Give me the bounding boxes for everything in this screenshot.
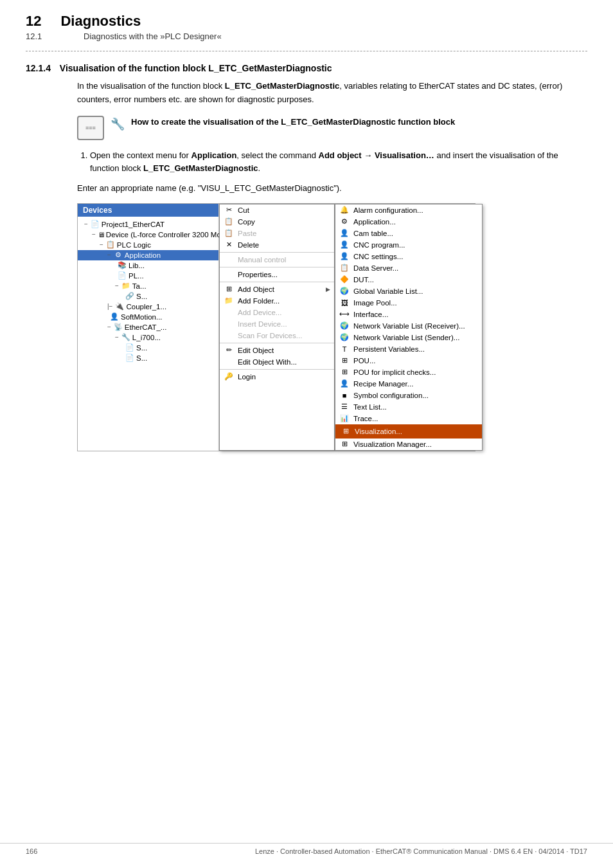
submenu-data-server[interactable]: 📋 Data Server... — [335, 262, 482, 274]
submenu-cnc-settings[interactable]: 👤 CNC settings... — [335, 251, 482, 262]
submenu-symbol[interactable]: ■ Symbol configuration... — [335, 390, 482, 401]
expand-icon[interactable]: − — [92, 231, 96, 238]
submenu-visualization-manager[interactable]: ⊞ Visualization Manager... — [335, 439, 482, 450]
expand-icon[interactable]: − — [115, 334, 119, 341]
submenu-pou-implicit[interactable]: ⊞ POU for implicit checks... — [335, 366, 482, 378]
pou-icon: ⊞ — [339, 356, 350, 366]
submenu-net-receiver[interactable]: 🌍 Network Variable List (Receiver)... — [335, 320, 482, 332]
expand-icon: |− — [107, 303, 112, 310]
file-icon: 📄 — [125, 343, 135, 352]
screenshot-wrapper: Devices − 📄 Project1_EtherCAT − 🖥 Device… — [77, 203, 475, 451]
plc-icon: 📋 — [105, 240, 116, 249]
tree-item-softmotion[interactable]: 👤 SoftMotion... — [78, 312, 218, 322]
menu-cut[interactable]: ✂ Cut — [220, 204, 334, 216]
context-menu[interactable]: ✂ Cut 📋 Copy 📋 Paste ✕ Delete Manual con… — [219, 204, 335, 451]
devices-title-bar: Devices — [78, 204, 218, 217]
intro-text: In the visualisation of the function blo… — [77, 80, 587, 107]
submenu-cnc-prog[interactable]: 👤 CNC program... — [335, 239, 482, 251]
submenu-text-list[interactable]: ☰ Text List... — [335, 401, 482, 413]
folder-icon: 📄 — [90, 220, 100, 229]
submenu-trace[interactable]: 📊 Trace... — [335, 413, 482, 424]
tree-label: Device (L-force Controller 3200 Motion) — [106, 231, 235, 239]
submenu-net-sender[interactable]: 🌍 Network Variable List (Sender)... — [335, 332, 482, 343]
menu-login[interactable]: 🔑 Login — [220, 371, 334, 383]
tree-item-li700[interactable]: − 🔧 L_i700... — [78, 332, 218, 343]
tree-item[interactable]: − 📄 Project1_EtherCAT — [78, 219, 218, 230]
menu-scan-devices[interactable]: Scan For Devices... — [220, 330, 334, 341]
submenu-pou[interactable]: ⊞ POU... — [335, 355, 482, 366]
paste-icon: 📋 — [224, 228, 234, 239]
page-header: 12 Diagnostics 12.1 Diagnostics with the… — [26, 13, 587, 41]
submenu-recipe[interactable]: 👤 Recipe Manager... — [335, 378, 482, 390]
expand-icon[interactable]: − — [100, 241, 103, 248]
submenu-interface[interactable]: ⟷ Interface... — [335, 309, 482, 320]
data-server-icon: 📋 — [339, 263, 350, 273]
tree-item[interactable]: 📄 S... — [78, 343, 218, 353]
submenu-persistent[interactable]: T Persistent Variables... — [335, 343, 482, 355]
menu-add-device[interactable]: Add Device... — [220, 307, 334, 318]
chapter-num: 12 — [26, 13, 41, 30]
menu-insert-device[interactable]: Insert Device... — [220, 318, 334, 330]
link-icon: 🔗 — [125, 292, 135, 301]
symbol-icon: ■ — [339, 390, 350, 401]
chapter-name: Diagnostics — [60, 13, 141, 30]
edit-icon: ✏ — [224, 345, 234, 356]
menu-manual-control[interactable]: Manual control — [220, 254, 334, 266]
tree-item-coupler[interactable]: |− 🔌 Coupler_1... — [78, 302, 218, 312]
tip-icon — [77, 116, 104, 140]
section-title: Visualisation of the function block L_ET… — [60, 63, 332, 73]
menu-paste[interactable]: 📋 Paste — [220, 228, 334, 239]
tree-area[interactable]: − 📄 Project1_EtherCAT − 🖥 Device (L-forc… — [78, 217, 218, 366]
tree-item[interactable]: − 🖥 Device (L-force Controller 3200 Moti… — [78, 230, 218, 240]
menu-copy[interactable]: 📋 Copy — [220, 216, 334, 228]
step-1-sub: Enter an appropriate name (e.g. "VISU_L_… — [77, 182, 587, 195]
lib-icon: 📚 — [117, 261, 127, 270]
tree-label: Application — [125, 251, 161, 259]
submenu-image-pool[interactable]: 🖼 Image Pool... — [335, 297, 482, 309]
submenu-cam[interactable]: 👤 Cam table... — [335, 228, 482, 239]
menu-edit-object-with[interactable]: Edit Object With... — [220, 356, 334, 368]
image-pool-icon: 🖼 — [339, 298, 350, 308]
expand-icon[interactable]: − — [107, 323, 111, 330]
cut-icon: ✂ — [224, 205, 234, 215]
coupler-icon: 🔌 — [114, 302, 125, 311]
submenu-alarm[interactable]: 🔔 Alarm configuration... — [335, 204, 482, 216]
expand-icon[interactable]: − — [107, 251, 111, 258]
tree-item[interactable]: 🔗 S... — [78, 291, 218, 302]
login-icon: 🔑 — [224, 372, 234, 382]
menu-edit-object[interactable]: ✏ Edit Object — [220, 345, 334, 356]
tip-box: 🔧 How to create the visualisation of the… — [77, 116, 587, 140]
chapter-title: 12 Diagnostics — [26, 13, 587, 30]
visualization-icon: ⊞ — [341, 426, 351, 437]
tree-item[interactable]: 📄 S... — [78, 353, 218, 363]
menu-properties[interactable]: Properties... — [220, 269, 334, 280]
add-folder-icon: 📁 — [224, 296, 234, 306]
pou-implicit-icon: ⊞ — [339, 367, 350, 377]
copy-icon: 📋 — [224, 217, 234, 227]
dut-icon: 🔶 — [339, 275, 350, 285]
persistent-icon: T — [339, 344, 350, 354]
submenu-visualization[interactable]: ⊞ Visualization... — [335, 424, 482, 439]
tree-item[interactable]: 📚 Lib... — [78, 260, 218, 271]
tree-item[interactable]: 📄 PL... — [78, 271, 218, 281]
submenu-panel[interactable]: 🔔 Alarm configuration... ⚙ Application..… — [335, 204, 483, 451]
submenu-dut[interactable]: 🔶 DUT... — [335, 274, 482, 285]
tree-item-application[interactable]: − ⚙ Application — [78, 250, 218, 260]
menu-add-folder[interactable]: 📁 Add Folder... — [220, 295, 334, 307]
footer-page-num: 166 — [26, 847, 37, 855]
tree-item[interactable]: − 📁 Ta... — [78, 281, 218, 291]
submenu-application[interactable]: ⚙ Application... — [335, 216, 482, 228]
tree-item-ethercat[interactable]: − 📡 EtherCAT_... — [78, 322, 218, 332]
submenu-global-var[interactable]: 🌍 Global Variable List... — [335, 285, 482, 297]
separator — [220, 369, 334, 370]
menu-delete[interactable]: ✕ Delete — [220, 239, 334, 251]
net-sender-icon: 🌍 — [339, 332, 350, 343]
expand-icon[interactable]: − — [84, 221, 88, 228]
separator — [220, 252, 334, 253]
prog-icon: 📄 — [117, 271, 127, 280]
page-footer: 166 Lenze · Controller-based Automation … — [0, 843, 613, 855]
tree-item[interactable]: − 📋 PLC Logic — [78, 240, 218, 250]
expand-icon[interactable]: − — [115, 282, 119, 289]
menu-add-object[interactable]: ⊞ Add Object — [220, 284, 334, 295]
net-receiver-icon: 🌍 — [339, 321, 350, 331]
